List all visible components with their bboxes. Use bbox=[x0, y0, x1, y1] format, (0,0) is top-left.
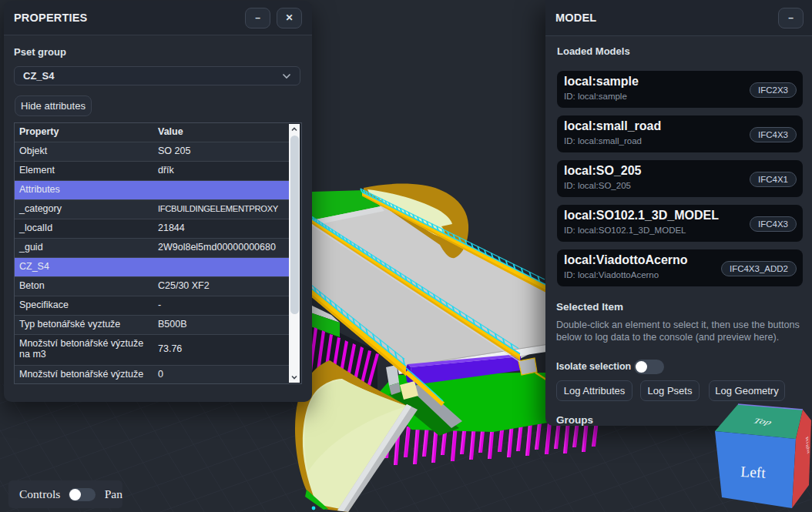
svg-text:Left: Left bbox=[740, 463, 767, 481]
